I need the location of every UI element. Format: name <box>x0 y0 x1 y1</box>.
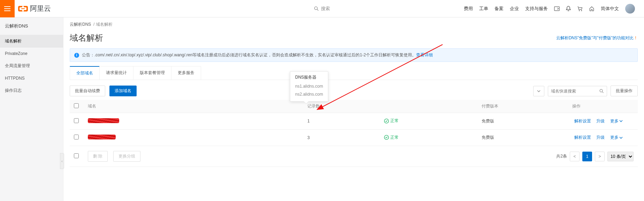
brand-logo[interactable]: 阿里云 <box>18 4 51 13</box>
table-row: 1 正常 免费版 解析设置 升级 更多 <box>70 113 638 130</box>
records-cell: 3 <box>303 129 380 146</box>
nav-language[interactable]: 简体中文 <box>601 6 619 12</box>
action-resolve[interactable]: 解析设置 <box>574 135 591 140</box>
page-current[interactable]: 1 <box>582 152 592 161</box>
svg-point-6 <box>579 10 580 11</box>
svg-rect-2 <box>4 10 10 11</box>
action-upgrade[interactable]: 升级 <box>596 119 605 123</box>
th-ops: 操作 <box>568 100 638 113</box>
status-cell: 正常 <box>384 118 399 124</box>
sidebar-item-httpdns[interactable]: HTTPDNS <box>0 72 63 84</box>
breadcrumb: 云解析DNS / 域名解析 <box>70 22 638 27</box>
notice-text: .com/.net/.cn/.xin/.top/.xyz/.vip/.club/… <box>94 52 416 58</box>
breadcrumb-current: 域名解析 <box>96 22 113 27</box>
info-icon: i <box>74 53 79 58</box>
nav-support[interactable]: 支持与服务 <box>525 6 548 12</box>
sidebar-item-gtm[interactable]: 全局流量管理 <box>0 59 63 72</box>
svg-point-7 <box>581 10 582 11</box>
bulk-renew-button[interactable]: 批量自动续费 <box>70 86 105 96</box>
domain-cell[interactable] <box>88 118 119 123</box>
th-domain: 域名 <box>84 100 303 113</box>
svg-line-9 <box>603 91 604 93</box>
notice-link[interactable]: 查看详细 <box>416 52 433 58</box>
status-cell: 正常 <box>384 135 399 140</box>
th-plan: 付费版本 <box>477 100 568 113</box>
page-next[interactable]: > <box>595 152 605 161</box>
group-dropdown[interactable] <box>533 86 544 96</box>
tab-request-stats[interactable]: 请求量统计 <box>99 66 133 80</box>
action-resolve[interactable]: 解析设置 <box>574 119 591 123</box>
sidebar-item-oplog[interactable]: 操作日志 <box>0 84 63 97</box>
sidebar-item-privatezone[interactable]: PrivateZone <box>0 48 63 59</box>
tab-more-services[interactable]: 更多服务 <box>171 66 201 80</box>
avatar[interactable] <box>625 4 635 14</box>
cart-icon[interactable] <box>577 6 583 11</box>
sidebar-title: 云解析DNS <box>0 17 63 35</box>
tab-version-plan[interactable]: 版本套餐管理 <box>133 66 171 80</box>
tooltip-item: ns2.alidns.com <box>295 90 323 98</box>
tab-all-domains[interactable]: 全部域名 <box>70 66 100 80</box>
nav-icp[interactable]: 备案 <box>495 6 504 12</box>
nav-enterprise[interactable]: 企业 <box>510 6 519 12</box>
breadcrumb-root[interactable]: 云解析DNS <box>70 22 91 27</box>
page-prev[interactable]: < <box>570 152 580 161</box>
console-icon[interactable] <box>554 6 560 11</box>
tooltip-title: DNS服务器 <box>295 74 323 80</box>
notice-prefix: 公告： <box>82 52 94 58</box>
row-checkbox[interactable] <box>74 118 79 123</box>
select-all-checkbox[interactable] <box>74 103 79 108</box>
notification-icon[interactable] <box>566 6 571 11</box>
row-checkbox[interactable] <box>74 135 79 139</box>
domain-search-input[interactable] <box>548 86 607 96</box>
svg-rect-1 <box>4 8 10 9</box>
plan-cell: 免费版 <box>477 113 568 130</box>
plan-cell: 免费版 <box>477 129 568 146</box>
compare-link[interactable]: 云解析DNS"免费版"与"付费版"的功能对比！ <box>556 35 638 41</box>
action-more[interactable]: 更多 <box>610 135 623 140</box>
svg-point-3 <box>314 7 317 9</box>
brand-text: 阿里云 <box>30 4 51 13</box>
search-icon <box>599 89 604 94</box>
action-more[interactable]: 更多 <box>610 118 623 124</box>
bulk-op-button[interactable]: 批量操作 <box>611 86 638 96</box>
home-icon[interactable] <box>589 6 595 11</box>
global-search[interactable]: 搜索 <box>314 6 330 12</box>
nav-ticket[interactable]: 工单 <box>479 6 488 12</box>
svg-point-8 <box>600 89 603 92</box>
page-title: 域名解析 <box>70 32 103 43</box>
sidebar-item-domain-resolve[interactable]: 域名解析 <box>0 35 63 48</box>
page-size-select[interactable]: 10 条/页 <box>607 152 634 161</box>
nav-billing[interactable]: 费用 <box>464 6 473 12</box>
pagination-total: 共2条 <box>556 153 567 159</box>
footer-select-all[interactable] <box>74 153 79 158</box>
regroup-button[interactable]: 更换分组 <box>113 151 140 162</box>
dns-server-tooltip: DNS服务器 ns1.alidns.com ns2.alidns.com <box>290 71 328 102</box>
th-records: 记录数 <box>303 100 380 113</box>
records-cell: 1 <box>303 113 380 130</box>
menu-toggle[interactable] <box>0 0 15 17</box>
delete-button[interactable]: 删 除 <box>88 151 108 162</box>
notice-bar: i 公告： .com/.net/.cn/.xin/.top/.xyz/.vip/… <box>70 48 638 62</box>
add-domain-button[interactable]: 添加域名 <box>109 86 137 96</box>
action-upgrade[interactable]: 升级 <box>596 135 605 140</box>
tooltip-item: ns1.alidns.com <box>295 82 323 90</box>
table-row: 3 正常 免费版 解析设置 升级 更多 <box>70 129 638 146</box>
search-placeholder: 搜索 <box>321 6 330 12</box>
domain-cell[interactable] <box>88 135 116 139</box>
svg-rect-0 <box>4 6 10 7</box>
svg-line-4 <box>317 9 319 11</box>
